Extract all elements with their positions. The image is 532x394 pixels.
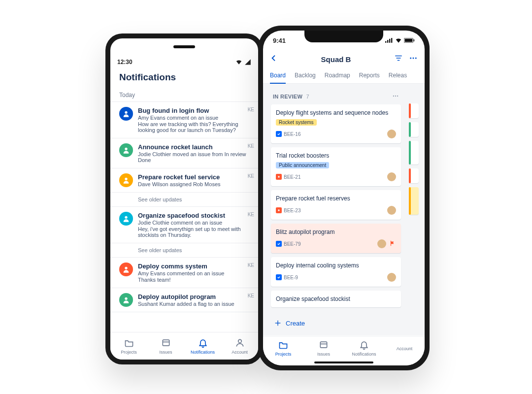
issue-type-icon [276, 131, 282, 137]
card-key: BEE-79 [276, 241, 300, 247]
more-icon[interactable] [409, 54, 418, 65]
card-title: Prepare rocket fuel reserves [276, 195, 396, 202]
see-older-link[interactable]: See older updates [110, 243, 258, 258]
tab-notifications[interactable]: Notifications [184, 332, 221, 360]
next-column-peek[interactable] [409, 89, 419, 335]
tab-issues[interactable]: Issues [147, 332, 184, 360]
notification-title: Bug found in login flow [138, 107, 252, 114]
segtab-board[interactable]: Board [270, 68, 286, 84]
notification-tag: KE [248, 263, 254, 268]
column-header: IN REVIEW 7 [268, 89, 404, 104]
svg-point-1 [125, 148, 127, 150]
segtab-reports[interactable]: Reports [359, 68, 380, 83]
avatar [119, 107, 133, 121]
tab-label: Issues [159, 350, 172, 355]
issue-type-icon [276, 207, 282, 213]
svg-rect-15 [414, 39, 415, 42]
ios-phone-frame: 9:41 Squad B BoardBacklogRoadmapReportsR… [258, 26, 430, 370]
board-card[interactable]: Deploy flight systems and sequence nodes… [271, 104, 401, 143]
tab-label: Account [232, 350, 248, 355]
notification-title: Deploy autopilot program [138, 293, 252, 300]
notification-item[interactable]: Deploy comms systemAmy Evans commented o… [110, 258, 258, 288]
column-count: 7 [306, 94, 309, 99]
notification-title: Prepare rocket fuel service [138, 173, 252, 181]
tab-projects[interactable]: Projects [263, 336, 303, 360]
svg-point-19 [410, 58, 411, 59]
avatar [119, 143, 133, 157]
create-label: Create [286, 320, 305, 327]
flag-icon [389, 240, 396, 248]
notification-item[interactable]: Deploy autopilot programSushant Kumar ad… [110, 288, 258, 312]
svg-point-8 [238, 339, 241, 343]
issues-icon [319, 340, 329, 351]
android-phone-frame: 12:30 Notifications Today Bug found in l… [105, 33, 263, 364]
board-card[interactable]: Prepare rocket fuel reservesBEE-23 [271, 190, 401, 220]
tab-projects[interactable]: Projects [110, 332, 147, 360]
svg-point-4 [125, 267, 127, 269]
board-card[interactable]: Blitz autopilot programBEE-79 [271, 224, 401, 253]
segtab-backlog[interactable]: Backlog [295, 68, 316, 83]
see-older-link[interactable]: See older updates [110, 193, 258, 207]
board-card[interactable]: Trial rocket boostersPublic announcement… [271, 147, 401, 186]
svg-point-3 [125, 216, 127, 219]
tab-account[interactable]: Account [221, 332, 258, 360]
notification-item[interactable]: Bug found in login flowAmy Evans comment… [110, 102, 258, 138]
notification-meta: Dave Wilson assigned Rob Moses [138, 181, 252, 187]
android-tab-bar: ProjectsIssuesNotificationsAccount [110, 332, 258, 360]
svg-point-26 [278, 209, 279, 211]
notification-tag: KE [248, 143, 254, 149]
svg-rect-29 [320, 342, 327, 348]
notifications-icon [198, 338, 208, 349]
notification-item[interactable]: Organize spacefood stockistJodie Clothie… [110, 207, 258, 243]
notification-tag: KE [248, 107, 254, 112]
assignee-avatar [387, 172, 396, 181]
svg-point-24 [397, 96, 398, 97]
home-indicator [314, 361, 373, 363]
board-card[interactable]: Deploy internal cooling systemsBEE-9 [271, 257, 401, 287]
back-button[interactable] [270, 54, 278, 64]
svg-point-20 [413, 58, 414, 59]
tab-label: Notifications [352, 352, 376, 357]
create-button[interactable]: Create [268, 314, 404, 332]
tab-label: Projects [121, 350, 137, 355]
signal-icon [385, 38, 393, 43]
tab-notifications[interactable]: Notifications [344, 336, 384, 360]
board-title: Squad B [321, 55, 351, 64]
assignee-avatar [387, 206, 396, 215]
column-more-icon[interactable] [392, 93, 399, 100]
board-tabs: BoardBacklogRoadmapReportsReleas [263, 68, 425, 84]
card-key: BEE-21 [276, 174, 300, 180]
notification-item[interactable]: Announce rocket launchJodie Clothier mov… [110, 138, 258, 168]
segtab-roadmap[interactable]: Roadmap [325, 68, 350, 83]
android-status-bar: 12:30 [110, 55, 258, 69]
segtab-releas[interactable]: Releas [389, 68, 407, 83]
page-title: Notifications [110, 69, 258, 88]
tab-account[interactable]: Account [384, 336, 425, 360]
tab-issues[interactable]: Issues [303, 336, 344, 360]
notification-meta: Jodie Clothie comment on an issue [138, 220, 252, 226]
android-top-hardware [110, 38, 258, 55]
notification-title: Organize spacefood stockist [138, 212, 252, 219]
column-in-review: IN REVIEW 7 Deploy flight systems and se… [268, 89, 404, 335]
svg-point-0 [125, 111, 127, 114]
tab-label: Notifications [191, 350, 215, 355]
board-columns[interactable]: IN REVIEW 7 Deploy flight systems and se… [263, 84, 425, 335]
board-card[interactable]: Organize spacefood stockist [271, 291, 401, 307]
notifications-list: Bug found in login flowAmy Evans comment… [110, 101, 258, 312]
svg-point-2 [125, 178, 127, 180]
assignee-avatar [387, 130, 396, 138]
svg-point-25 [278, 176, 279, 177]
battery-icon [404, 38, 415, 43]
notification-meta: Amy Evans comment on an issue [138, 115, 252, 121]
card-list: Deploy flight systems and sequence nodes… [268, 104, 404, 314]
notification-meta: Jodie Clothier moved an issue from In re… [138, 151, 252, 163]
section-today: Today [110, 88, 258, 101]
avatar [119, 263, 133, 276]
svg-rect-14 [405, 39, 413, 42]
svg-rect-9 [385, 41, 386, 43]
filter-icon[interactable] [394, 54, 403, 65]
notification-text: How are we tracking with this? Everythin… [138, 121, 252, 133]
card-title: Organize spacefood stockist [276, 296, 396, 302]
signal-icon [244, 59, 251, 66]
notification-item[interactable]: Prepare rocket fuel serviceDave Wilson a… [110, 168, 258, 193]
